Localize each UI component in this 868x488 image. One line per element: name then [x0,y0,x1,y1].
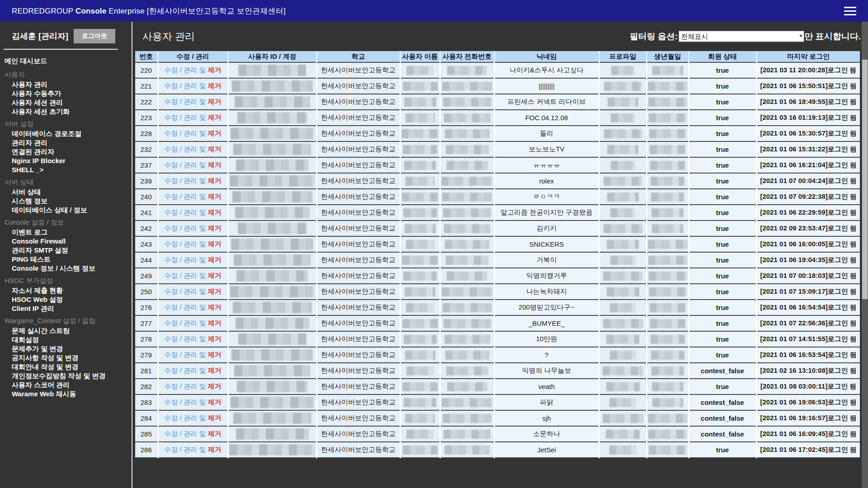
sidebar-item[interactable]: 서버 상태 [0,188,132,197]
edit-manage-link[interactable]: 수정 / 관리 및 [165,113,206,121]
redacted-block [443,98,491,107]
edit-manage-link[interactable]: 수정 / 관리 및 [165,177,206,184]
sidebar-item[interactable]: 시스템 정보 [0,197,132,206]
sidebar-item[interactable]: Console 정보 / 시스템 정보 [0,264,132,273]
edit-manage-link[interactable]: 수정 / 관리 및 [165,129,206,137]
edit-manage-link[interactable]: 수정 / 관리 및 [165,66,206,74]
row-actions-cell: 수정 / 관리 및 제거 [158,78,228,94]
sidebar-item[interactable]: 개인정보수집방침 작성 및 변경 [0,371,132,380]
remove-link[interactable]: 제거 [206,303,221,311]
sidebar-item[interactable]: 자소서 제출 현황 [0,286,132,295]
sidebar-item[interactable]: 대회설정 [0,335,132,344]
sidebar-item[interactable]: PING 테스트 [0,255,132,264]
edit-manage-link[interactable]: 수정 / 관리 및 [165,319,206,327]
sidebar-item[interactable]: SHELL _> [0,165,132,174]
remove-link[interactable]: 제거 [206,192,221,200]
vertical-scrollbar[interactable] [862,22,868,488]
remove-link[interactable]: 제거 [206,82,221,89]
remove-link[interactable]: 제거 [206,430,221,437]
sidebar-item[interactable]: Console Firewall [0,237,132,246]
sidebar-item[interactable]: 사용자 수동추가 [0,89,132,98]
sidebar-item[interactable]: 관리자 SMTP 설정 [0,246,132,255]
scrollbar-thumb[interactable] [862,60,868,299]
remove-link[interactable]: 제거 [206,398,221,406]
edit-manage-link[interactable]: 수정 / 관리 및 [165,303,206,311]
edit-manage-link[interactable]: 수정 / 관리 및 [165,192,206,200]
edit-manage-link[interactable]: 수정 / 관리 및 [165,398,206,406]
remove-link[interactable]: 제거 [206,240,221,248]
remove-link[interactable]: 제거 [206,177,221,184]
nickname-cell: 익명의캥거루 [494,268,599,284]
remove-link[interactable]: 제거 [206,161,221,169]
sidebar-item[interactable]: 이벤트 로그 [0,228,132,237]
remove-link[interactable]: 제거 [206,446,221,453]
edit-manage-link[interactable]: 수정 / 관리 및 [165,287,206,295]
remove-link[interactable]: 제거 [206,224,221,232]
filter-select[interactable]: 전체표시 [679,31,804,42]
sidebar-item[interactable]: Warame Web 재시동 [0,389,132,399]
edit-manage-link[interactable]: 수정 / 관리 및 [165,208,206,216]
edit-manage-link[interactable]: 수정 / 관리 및 [165,224,206,232]
sidebar-item[interactable]: 사용자 세션 초기화 [0,107,132,116]
sidebar-item[interactable]: Nginx IP Blocker [0,156,132,165]
remove-link[interactable]: 제거 [206,414,221,422]
edit-manage-link[interactable]: 수정 / 관리 및 [165,335,206,343]
remove-link[interactable]: 제거 [206,382,221,390]
sidebar-item-main-dashboard[interactable]: 메인 대시보드 [0,55,132,67]
hamburger-menu-icon[interactable] [844,7,856,15]
sidebar-item[interactable]: 관리자 관리 [0,138,132,147]
sidebar-item[interactable]: 사용자 세션 관리 [0,98,132,107]
sidebar-item[interactable]: 데이터베이스 경로조절 [0,129,132,138]
remove-link[interactable]: 제거 [206,66,221,74]
edit-manage-link[interactable]: 수정 / 관리 및 [165,382,206,390]
remove-link[interactable]: 제거 [206,287,221,295]
remove-link[interactable]: 제거 [206,351,221,358]
remove-link[interactable]: 제거 [206,208,221,216]
sidebar-item[interactable]: 사용자 스코어 관리 [0,380,132,389]
edit-manage-link[interactable]: 수정 / 관리 및 [165,414,206,422]
edit-manage-link[interactable]: 수정 / 관리 및 [165,446,206,453]
edit-manage-link[interactable]: 수정 / 관리 및 [165,161,206,169]
logout-button[interactable]: 로그아웃 [74,29,115,43]
nickname-cell: 프린세스 커넥트 리다이브 [494,94,599,110]
table-row: 282수정 / 관리 및 제거한세사이버보안고등학교veathtrue[2021… [135,379,860,394]
remove-link[interactable]: 제거 [206,319,221,327]
phone-redacted [440,252,494,268]
remove-link[interactable]: 제거 [206,335,221,343]
nickname-cell: JetSei [494,442,599,458]
sidebar-item[interactable]: 문제 실시간 스트림 [0,326,132,335]
remove-link[interactable]: 제거 [206,256,221,263]
remove-link[interactable]: 제거 [206,129,221,137]
sidebar-item[interactable]: HSOC Web 설정 [0,295,132,304]
sidebar-item[interactable]: 데이터베이스 상태 / 정보 [0,206,132,215]
sidebar-item[interactable]: 연결된 관리자 [0,147,132,156]
sidebar-item[interactable]: 문제추가 및 변경 [0,344,132,353]
edit-manage-link[interactable]: 수정 / 관리 및 [165,272,206,279]
user-id-redacted [228,426,316,442]
edit-manage-link[interactable]: 수정 / 관리 및 [165,145,206,153]
table-row: 232수정 / 관리 및 제거한세사이버보안고등학교보노보노TVtrue[202… [135,141,860,157]
edit-manage-link[interactable]: 수정 / 관리 및 [165,430,206,437]
birthday-redacted [646,442,689,458]
sidebar-item[interactable]: Client IP 관리 [0,304,132,313]
remove-link[interactable]: 제거 [206,366,221,374]
edit-manage-link[interactable]: 수정 / 관리 및 [165,98,206,105]
remove-link[interactable]: 제거 [206,145,221,153]
remove-link[interactable]: 제거 [206,272,221,279]
sidebar-item[interactable]: 대회안내 작성 및 변경 [0,362,132,371]
edit-manage-link[interactable]: 수정 / 관리 및 [165,351,206,358]
member-status-cell: true [689,78,756,94]
edit-manage-link[interactable]: 수정 / 관리 및 [165,240,206,248]
profile-redacted [599,126,646,141]
redacted-block [232,80,313,92]
edit-manage-link[interactable]: 수정 / 관리 및 [165,256,206,263]
edit-manage-link[interactable]: 수정 / 관리 및 [165,82,206,89]
last-login-cell: [2021 01 08 03:00:11]로그인 됨 [756,379,860,394]
redacted-block [610,303,636,312]
edit-manage-link[interactable]: 수정 / 관리 및 [165,366,206,374]
sidebar-item[interactable]: 사용자 관리 [0,80,132,89]
sidebar-item[interactable]: 공지사항 작성 및 변경 [0,353,132,362]
remove-link[interactable]: 제거 [206,98,221,105]
user-table-wrap: 번호수정 / 관리사용자 ID / 계정학교사용자 이름사용자 전화번호닉네임프… [135,51,860,488]
remove-link[interactable]: 제거 [206,113,221,121]
